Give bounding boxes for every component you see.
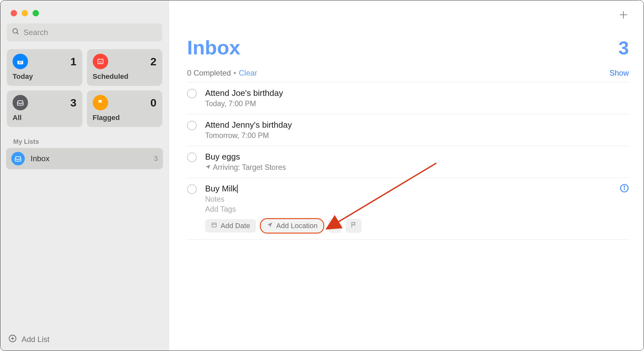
- tray-icon: [13, 95, 28, 110]
- complete-checkbox[interactable]: [187, 184, 197, 194]
- smart-scheduled-label: Scheduled: [93, 72, 157, 81]
- info-button[interactable]: [620, 184, 629, 195]
- plus-circle-icon: [8, 334, 17, 345]
- flag-icon: [93, 95, 108, 110]
- reminder-title[interactable]: Attend Joe's birthday: [205, 88, 629, 98]
- smart-all-label: All: [13, 114, 77, 122]
- sidebar-list-inbox[interactable]: Inbox 3: [6, 148, 163, 169]
- reminder-item[interactable]: Attend Joe's birthday Today, 7:00 PM: [187, 82, 629, 114]
- smart-all[interactable]: 3 All: [7, 90, 82, 127]
- search-input[interactable]: [7, 23, 162, 42]
- complete-checkbox[interactable]: [187, 89, 197, 98]
- smart-scheduled-count: 2: [150, 55, 156, 68]
- clear-completed-button[interactable]: Clear: [239, 69, 257, 78]
- smart-flagged[interactable]: 0 Flagged: [87, 90, 163, 127]
- notes-input[interactable]: Notes: [205, 195, 611, 204]
- smart-flagged-label: Flagged: [93, 114, 157, 122]
- calendar-icon: [93, 54, 108, 69]
- add-date-button[interactable]: Add Date: [205, 219, 256, 233]
- location-arrow-icon: [205, 163, 211, 172]
- new-reminder-button[interactable]: [618, 9, 629, 23]
- list-icon: [11, 152, 25, 165]
- reminder-subtitle: Today, 7:00 PM: [205, 99, 629, 108]
- list-count: 3: [154, 154, 158, 163]
- calendar-today-icon: 27: [13, 54, 28, 69]
- reminder-title-input[interactable]: Buy Milk: [205, 184, 611, 194]
- smart-today[interactable]: 27 1 Today: [7, 49, 82, 86]
- reminder-item-editing[interactable]: Buy Milk Notes Add Tags Add Date Add: [187, 178, 629, 240]
- svg-point-0: [13, 29, 17, 33]
- reminder-subtitle: Arriving: Target Stores: [205, 163, 629, 172]
- svg-text:27: 27: [19, 61, 22, 64]
- reminder-title[interactable]: Buy eggs: [205, 152, 629, 162]
- complete-checkbox[interactable]: [187, 121, 197, 130]
- list-name: Inbox: [31, 154, 148, 163]
- reminder-title[interactable]: Attend Jenny's birthday: [205, 120, 629, 130]
- quick-actions-row: Add Date Add Location #: [205, 218, 611, 234]
- main-panel: Inbox 3 0 Completed • Clear Show Attend …: [169, 0, 644, 351]
- show-completed-button[interactable]: Show: [610, 69, 629, 78]
- reminder-item[interactable]: Attend Jenny's birthday Tomorrow, 7:00 P…: [187, 114, 629, 146]
- smart-all-count: 3: [71, 97, 77, 109]
- smart-today-label: Today: [13, 72, 77, 81]
- add-list-label: Add List: [22, 335, 50, 344]
- sidebar: 27 1 Today 2 Scheduled 3 All: [0, 0, 169, 351]
- minimize-window-button[interactable]: [22, 10, 28, 16]
- svg-line-1: [17, 32, 18, 34]
- smart-scheduled[interactable]: 2 Scheduled: [87, 49, 163, 86]
- smart-flagged-count: 0: [150, 97, 156, 109]
- smart-lists-grid: 27 1 Today 2 Scheduled 3 All: [0, 42, 169, 127]
- calendar-small-icon: [211, 222, 217, 230]
- flag-button[interactable]: [346, 219, 362, 233]
- svg-point-10: [100, 62, 101, 63]
- location-arrow-icon: [267, 222, 273, 230]
- svg-point-11: [101, 62, 102, 63]
- close-window-button[interactable]: [11, 10, 17, 16]
- add-list-button[interactable]: Add List: [8, 334, 50, 345]
- svg-point-6: [99, 61, 100, 62]
- svg-point-8: [101, 61, 102, 62]
- reminder-item[interactable]: Buy eggs Arriving: Target Stores: [187, 146, 629, 178]
- reminder-subtitle: Tomorrow, 7:00 PM: [205, 131, 629, 140]
- svg-point-9: [99, 62, 100, 63]
- hash-icon: #: [333, 221, 337, 230]
- completed-count-text: 0 Completed: [187, 69, 231, 78]
- tags-input[interactable]: Add Tags: [205, 205, 611, 214]
- add-tag-button[interactable]: #: [328, 219, 341, 233]
- search-icon: [12, 28, 20, 37]
- smart-today-count: 1: [71, 55, 77, 68]
- maximize-window-button[interactable]: [33, 10, 39, 16]
- reminder-list: Attend Joe's birthday Today, 7:00 PM Att…: [169, 82, 644, 240]
- list-total-count: 3: [619, 37, 629, 59]
- add-location-button[interactable]: Add Location: [260, 218, 324, 234]
- separator-dot: •: [233, 69, 236, 78]
- flag-outline-icon: [350, 221, 357, 230]
- complete-checkbox[interactable]: [187, 152, 197, 162]
- svg-rect-17: [212, 223, 216, 227]
- svg-point-21: [624, 186, 625, 187]
- my-lists-header: My Lists: [0, 127, 169, 148]
- list-title: Inbox: [187, 36, 240, 59]
- svg-point-7: [100, 61, 101, 62]
- window-controls: [0, 0, 169, 16]
